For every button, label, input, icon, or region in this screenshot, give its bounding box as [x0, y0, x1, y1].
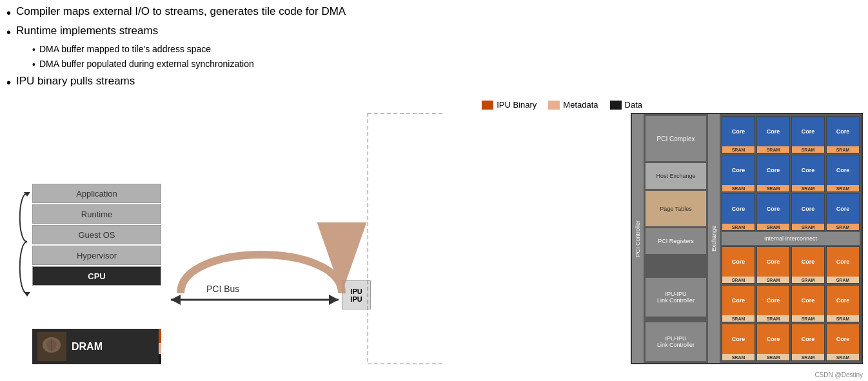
core-cell-6-2: Core SRAM [756, 324, 790, 361]
bullet-2-text: Runtime implements streams [16, 24, 158, 37]
ipu-binary-label: IPU Binary [497, 100, 537, 110]
stack-diagram: Application Runtime Guest OS Hypervisor … [32, 184, 161, 287]
stack-application: Application [32, 184, 161, 203]
core-cell-2-3: Core SRAM [791, 155, 825, 192]
svg-marker-1 [24, 292, 30, 297]
core-cell-4-2: Core SRAM [756, 246, 790, 284]
legend-data: Data [610, 100, 642, 110]
metadata-label: Metadata [563, 100, 598, 110]
metadata-color-swatch [548, 101, 560, 110]
core-cell-6-4: Core SRAM [826, 324, 860, 361]
core-row-2: Core SRAM Core SRAM Core SRAM Core SRAM [722, 155, 860, 192]
bullet-2b: DMA buffer populated during external syn… [32, 59, 380, 72]
dashed-lines [368, 113, 445, 366]
stack-cpu: CPU [32, 266, 161, 286]
legend-metadata: Metadata [548, 100, 598, 110]
dram-image [37, 332, 66, 361]
core-cell-4-4: Core SRAM [826, 246, 860, 284]
exchange-label: Exchange [711, 226, 717, 251]
bullet-2: Runtime implements streams [6, 24, 380, 40]
core-cell-1-4: Core SRAM [826, 116, 860, 153]
core-row-5: Core SRAM Core SRAM Core SRAM Core SRAM [722, 285, 860, 322]
core-cell-6-1: Core SRAM [722, 324, 755, 361]
core-cell-3-4: Core SRAM [826, 193, 860, 231]
core-cell-6-3: Core SRAM [791, 324, 825, 361]
core-cell-5-1: Core SRAM [722, 285, 755, 322]
core-cell-2-4: Core SRAM [826, 155, 860, 192]
page-tables-block: Page Tables [646, 191, 706, 226]
pci-controller-bar: PCI Controller [632, 114, 644, 363]
bullet-3: IPU binary pulls streams [6, 75, 380, 90]
host-exchange-block: Host Exchange [646, 163, 706, 189]
stack-hypervisor: Hypervisor [32, 246, 161, 265]
chip-left-column: PCI Complex Host Exchange Page Tables PC… [644, 114, 708, 363]
core-cell-2-2: Core SRAM [756, 155, 790, 192]
core-cell-4-3: Core SRAM [791, 246, 825, 284]
core-row-6: Core SRAM Core SRAM Core SRAM Core SRAM [722, 324, 860, 361]
core-cell-1-1: Core SRAM [722, 116, 755, 153]
data-color-swatch [610, 101, 622, 110]
core-row-1: Core SRAM Core SRAM Core SRAM Core SRAM [722, 116, 860, 153]
core-cell-2-1: Core SRAM [722, 155, 755, 192]
stack-left-arrow [14, 187, 34, 302]
ipu-link-controller-1: IPU-IPU Link Controller [646, 278, 706, 317]
exchange-bar: Exchange [708, 114, 720, 363]
core-cell-3-2: Core SRAM [756, 193, 790, 231]
stack-guest-os: Guest OS [32, 225, 161, 244]
core-cell-1-3: Core SRAM [791, 116, 825, 153]
pci-complex-block: PCI Complex [646, 116, 706, 161]
dram-box: DRAM [32, 329, 161, 364]
bullet-1-text: Compiler maps external I/O to streams, g… [16, 5, 346, 18]
dram-label: DRAM [72, 341, 103, 353]
bullet-2a-text: DMA buffer mapped to tile's address spac… [39, 44, 211, 54]
bullet-2b-text: DMA buffer populated during external syn… [39, 59, 254, 69]
core-cell-3-3: Core SRAM [791, 193, 825, 231]
stack-runtime: Runtime [32, 204, 161, 224]
bullet-1: Compiler maps external I/O to streams, g… [6, 5, 380, 21]
core-cell-3-1: Core SRAM [722, 193, 755, 231]
core-cell-5-3: Core SRAM [791, 285, 825, 322]
ipu-chip: PCI Controller PCI Complex Host Exchange… [631, 113, 863, 364]
core-cell-5-4: Core SRAM [826, 285, 860, 322]
bullet-3-text: IPU binary pulls streams [16, 75, 135, 88]
bullet-2a: DMA buffer mapped to tile's address spac… [32, 44, 380, 57]
ipu-link-controller-2: IPU-IPU Link Controller [646, 322, 706, 361]
data-label: Data [625, 100, 642, 110]
core-cell-5-2: Core SRAM [756, 285, 790, 322]
pci-registers-block: PCI Registers [646, 228, 706, 254]
curved-arrow [161, 222, 368, 308]
core-row-3: Core SRAM Core SRAM Core SRAM Core SRAM [722, 193, 860, 231]
interconnect-bar: Internal Interconnect [722, 232, 860, 245]
legend-ipu-binary: IPU Binary [482, 100, 537, 110]
core-row-4: Core SRAM Core SRAM Core SRAM Core SRAM [722, 246, 860, 284]
credit: CSDN @Destiny [814, 371, 863, 378]
legend: IPU Binary Metadata Data [482, 100, 642, 110]
chip-core-grid: Core SRAM Core SRAM Core SRAM Core SRAM … [720, 114, 862, 363]
core-cell-1-2: Core SRAM [756, 116, 790, 153]
pci-controller-label: PCI Controller [635, 220, 641, 257]
ipu-binary-color-swatch [482, 101, 493, 110]
core-cell-4-1: Core SRAM [722, 246, 755, 284]
left-section: Compiler maps external I/O to streams, g… [6, 5, 380, 94]
